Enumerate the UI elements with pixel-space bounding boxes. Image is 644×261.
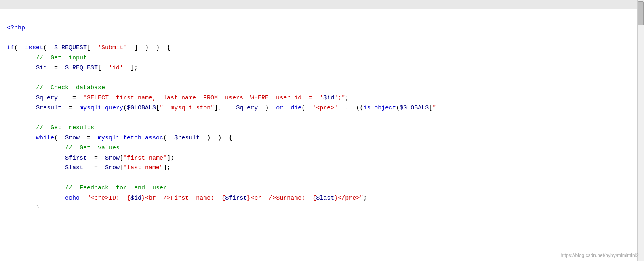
last-var: $last bbox=[65, 164, 83, 171]
query-string: "SELECT first_name, last_name FROM users… bbox=[83, 95, 323, 101]
or-keyword: or bbox=[276, 105, 283, 112]
isobject-func: is_object bbox=[363, 105, 396, 112]
comment-feedback: // Feedback for end user bbox=[65, 185, 167, 192]
query-var: $query bbox=[36, 95, 58, 101]
echo-string-mid1: }<br />First name: { bbox=[141, 195, 225, 202]
comment-check-db: // Check database bbox=[36, 84, 105, 91]
last-inline: $last bbox=[316, 195, 334, 202]
comment-get-input: // Get input bbox=[36, 55, 87, 61]
id-var: $id bbox=[36, 65, 47, 72]
row-var2: $row bbox=[105, 155, 120, 162]
mysqli-ston-string: "__mysqli_ston" bbox=[160, 105, 214, 112]
result-var: $result bbox=[36, 105, 61, 112]
closing-brace: } bbox=[36, 204, 40, 211]
pre-string: '<pre>' bbox=[312, 105, 338, 112]
first-var: $first bbox=[65, 155, 87, 162]
echo-keyword: echo bbox=[65, 195, 80, 202]
isset-func: isset bbox=[25, 44, 43, 51]
die-func: die bbox=[290, 105, 301, 112]
last-name-string: "last_name" bbox=[123, 164, 163, 171]
if-keyword: if bbox=[7, 44, 14, 51]
request-var: $_REQUEST bbox=[54, 44, 87, 51]
query-var2: $query bbox=[236, 105, 258, 112]
comment-get-results: // Get results bbox=[36, 124, 94, 131]
mysqli-ston-string2: "_ bbox=[432, 105, 440, 112]
row-var: $row bbox=[65, 135, 80, 141]
echo-string-mid2: }<br />Surname: { bbox=[247, 195, 316, 202]
id-inline: $id bbox=[323, 95, 334, 101]
globals-var: $GLOBALS bbox=[127, 105, 156, 112]
id-inline2: $id bbox=[130, 195, 141, 202]
code-area: <?php if( isset( $_REQUEST[ 'Submit' ] )… bbox=[0, 9, 644, 227]
request-var2: $_REQUEST bbox=[65, 65, 98, 72]
title-bar bbox=[0, 0, 644, 9]
result-var2: $result bbox=[174, 135, 200, 141]
mysqli-query-func: mysqli_query bbox=[80, 105, 123, 112]
id-string: 'id' bbox=[109, 65, 123, 72]
while-keyword: while bbox=[36, 135, 54, 141]
main-window: <?php if( isset( $_REQUEST[ 'Submit' ] )… bbox=[0, 0, 644, 261]
comment-get-values: // Get values bbox=[65, 145, 120, 152]
submit-string: 'Submit' bbox=[98, 44, 127, 51]
scrollbar[interactable] bbox=[637, 0, 644, 261]
row-var3: $row bbox=[105, 164, 120, 171]
scrollbar-thumb[interactable] bbox=[638, 1, 644, 25]
watermark: https://blog.csdn.net/hyhy/mimimini2 bbox=[561, 253, 639, 258]
first-name-string: "first_name" bbox=[123, 155, 167, 162]
php-open-tag: <?php bbox=[7, 25, 25, 32]
globals-var2: $GLOBALS bbox=[400, 105, 429, 112]
query-string2: ';" bbox=[334, 95, 345, 101]
first-inline: $first bbox=[225, 195, 247, 202]
echo-string-open: "<pre>ID: { bbox=[87, 195, 130, 202]
mysqli-fetch-func: mysqli_fetch_assoc bbox=[98, 135, 163, 141]
echo-string-close: }</pre>" bbox=[334, 195, 363, 202]
